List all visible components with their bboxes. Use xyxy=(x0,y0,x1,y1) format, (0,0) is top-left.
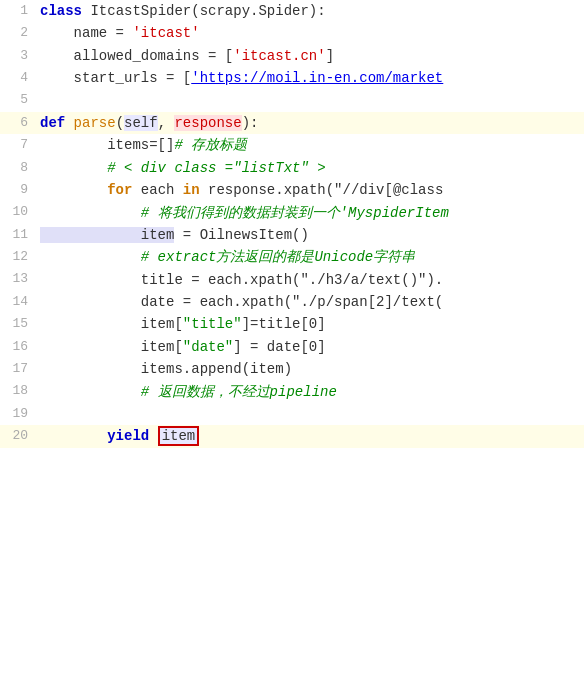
line-content-16: item["date"] = date[0] xyxy=(40,336,584,358)
line-number-11: 11 xyxy=(8,225,40,246)
line-number-18: 18 xyxy=(8,381,40,402)
line-content-8: # < div class ="listTxt" > xyxy=(40,157,584,179)
line-number-15: 15 xyxy=(8,314,40,335)
line-content-2: name = 'itcast' xyxy=(40,22,584,44)
line-content-6: def parse(self, response): xyxy=(40,112,584,134)
line-number-3: 3 xyxy=(8,46,40,67)
code-line-15: 15 item["title"]=title[0] xyxy=(0,313,584,335)
line-number-19: 19 xyxy=(8,404,40,425)
code-line-14: 14 date = each.xpath("./p/span[2]/text( xyxy=(0,291,584,313)
code-editor: 1 class ItcastSpider(scrapy.Spider): 2 n… xyxy=(0,0,584,686)
line-content-20: yield item xyxy=(40,425,584,447)
line-content-15: item["title"]=title[0] xyxy=(40,313,584,335)
code-line-8: 8 # < div class ="listTxt" > xyxy=(0,157,584,179)
line-number-7: 7 xyxy=(8,135,40,156)
code-line-4: 4 start_urls = ['https://moil.in-en.com/… xyxy=(0,67,584,89)
line-content-17: items.append(item) xyxy=(40,358,584,380)
line-number-4: 4 xyxy=(8,68,40,89)
line-number-16: 16 xyxy=(8,337,40,358)
line-number-9: 9 xyxy=(8,180,40,201)
code-line-1: 1 class ItcastSpider(scrapy.Spider): xyxy=(0,0,584,22)
code-line-5: 5 xyxy=(0,90,584,112)
line-number-8: 8 xyxy=(8,158,40,179)
code-line-9: 9 for each in response.xpath("//div[@cla… xyxy=(0,179,584,201)
code-line-3: 3 allowed_domains = ['itcast.cn'] xyxy=(0,45,584,67)
item-red-box: item xyxy=(158,426,200,446)
code-line-18: 18 # 返回数据，不经过pipeline xyxy=(0,381,584,403)
code-line-13: 13 title = each.xpath("./h3/a/text()"). xyxy=(0,269,584,291)
line-content-7: items=[]# 存放标题 xyxy=(40,134,584,156)
line-content-9: for each in response.xpath("//div[@class xyxy=(40,179,584,201)
code-line-6: 6 def parse(self, response): xyxy=(0,112,584,134)
line-content-13: title = each.xpath("./h3/a/text()"). xyxy=(40,269,584,291)
line-content-4: start_urls = ['https://moil.in-en.com/ma… xyxy=(40,67,584,89)
line-number-20: 20 xyxy=(8,426,40,447)
line-content-1: class ItcastSpider(scrapy.Spider): xyxy=(40,0,584,22)
keyword-class: class xyxy=(40,3,90,19)
line-content-12: # extract方法返回的都是Unicode字符串 xyxy=(40,246,584,268)
line-content-18: # 返回数据，不经过pipeline xyxy=(40,381,584,403)
line-content-14: date = each.xpath("./p/span[2]/text( xyxy=(40,291,584,313)
code-line-11: 11 item = OilnewsItem() xyxy=(0,224,584,246)
line-number-2: 2 xyxy=(8,23,40,44)
code-line-2: 2 name = 'itcast' xyxy=(0,22,584,44)
line-number-10: 10 xyxy=(8,202,40,223)
line-number-14: 14 xyxy=(8,292,40,313)
class-name: ItcastSpider(scrapy.Spider): xyxy=(90,3,325,19)
line-number-1: 1 xyxy=(8,1,40,22)
line-number-5: 5 xyxy=(8,90,40,111)
code-line-19: 19 xyxy=(0,403,584,425)
code-line-17: 17 items.append(item) xyxy=(0,358,584,380)
line-number-6: 6 xyxy=(8,113,40,134)
code-line-10: 10 # 将我们得到的数据封装到一个'MyspiderItem xyxy=(0,202,584,224)
line-number-17: 17 xyxy=(8,359,40,380)
line-content-10: # 将我们得到的数据封装到一个'MyspiderItem xyxy=(40,202,584,224)
code-line-20: 20 yield item xyxy=(0,425,584,447)
line-content-5 xyxy=(40,90,584,112)
code-line-12: 12 # extract方法返回的都是Unicode字符串 xyxy=(0,246,584,268)
line-content-3: allowed_domains = ['itcast.cn'] xyxy=(40,45,584,67)
line-content-11: item = OilnewsItem() xyxy=(40,224,584,246)
code-line-16: 16 item["date"] = date[0] xyxy=(0,336,584,358)
line-number-12: 12 xyxy=(8,247,40,268)
code-line-7: 7 items=[]# 存放标题 xyxy=(0,134,584,156)
line-content-19 xyxy=(40,403,584,425)
line-number-13: 13 xyxy=(8,269,40,290)
